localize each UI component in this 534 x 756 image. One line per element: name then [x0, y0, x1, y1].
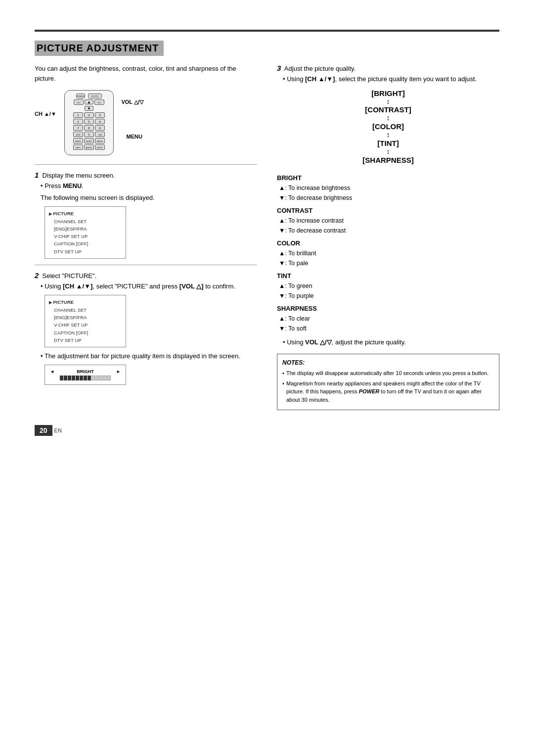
two-column-layout: You can adjust the brightness, contrast,… — [35, 64, 499, 410]
note-item-2: Magnetism from nearby appliances and spe… — [282, 379, 494, 404]
step2-bullet2: • The adjustment bar for picture quality… — [35, 351, 257, 361]
adj-bar-filled-block — [80, 376, 83, 380]
adj-bar-center-label: BRIGHT — [77, 369, 94, 374]
remote-vcl-row: VCL ▲ VCL — [67, 99, 111, 105]
bright-down: ▼: To decrease brightness — [277, 193, 499, 203]
remote-diagram: CH ▲/▼ VOL △/▽ POWER DTV/TV VCL ▲ — [35, 90, 257, 155]
page-number: 20 — [35, 425, 52, 436]
step3-bullet1: • Using [CH ▲/▼], select the picture qua… — [277, 74, 499, 84]
vol-label: VOL △/▽ — [121, 99, 143, 105]
remote-btn-ent: -/ENT — [73, 132, 83, 137]
remote-num-row2: 4 5 6 — [67, 119, 111, 124]
quality-sharpness: [SHARPNESS] — [362, 156, 413, 164]
quality-diagram: [BRIGHT] ↕ [CONTRAST] ↕ [COLOR] ↕ [TINT]… — [277, 89, 499, 164]
step1-heading: 1 Display the menu screen. — [35, 171, 257, 179]
remote-btn-7: 7 — [73, 125, 83, 131]
remote-btn-6: 6 — [95, 119, 105, 124]
remote-btn-3: 3 — [95, 112, 105, 118]
remote-mute-btn: MUTE — [73, 138, 83, 143]
sharpness-up: ▲: To clear — [277, 314, 499, 324]
remote-ch-down-btn: ▼ — [85, 106, 93, 111]
contrast-section: CONTRAST ▲: To increase contrast ▼: To d… — [277, 207, 499, 236]
remote-btn-4: 4 — [73, 119, 83, 124]
arrow-1: ↕ — [387, 97, 390, 106]
remote-power-btn: POWER — [76, 94, 85, 98]
contrast-down: ▼: To decrease contrast — [277, 226, 499, 236]
intro-text: You can adjust the brightness, contrast,… — [35, 64, 257, 83]
menu-item-caption-1: CAPTION [OFF] — [49, 240, 122, 247]
remote-vcl1-btn: VCL — [74, 99, 84, 105]
remote-input-btn: INPUT — [95, 144, 105, 150]
tint-title: TINT — [277, 272, 499, 280]
remote-ch-up-btn: ▲ — [85, 99, 93, 104]
remote-num-row1: 1 2 3 — [67, 112, 111, 118]
remote-btn-9: 9 — [95, 125, 105, 131]
tint-down: ▼: To purple — [277, 291, 499, 301]
bright-section: BRIGHT ▲: To increase brightness ▼: To d… — [277, 174, 499, 203]
remote-btn-5: 5 — [84, 119, 94, 124]
contrast-up: ▲: To increase contrast — [277, 216, 499, 226]
color-section: COLOR ▲: To brilliant ▼: To pale — [277, 239, 499, 268]
menu-item-vchip-2: V-CHIP SET UP — [49, 321, 122, 329]
step2-divider — [35, 265, 257, 265]
menu-item-dtv-1: DTV SET UP — [49, 248, 122, 255]
remote-btn-2: 2 — [84, 112, 94, 118]
adj-bar-empty-block — [103, 376, 107, 380]
page-wrapper: PICTURE ADJUSTMENT You can adjust the br… — [0, 0, 534, 466]
menu-item-picture-1: PICTURE — [49, 210, 122, 218]
menu-screen-2: PICTURE CHANNEL SET [ENG]ESP/FRA V-CHIP … — [44, 295, 126, 347]
color-title: COLOR — [277, 239, 499, 247]
top-rule — [35, 30, 499, 32]
adj-bar-filled-block — [76, 376, 79, 380]
adj-bar-filled-block — [60, 376, 63, 380]
remote-audio-btn: AUDIO — [84, 144, 94, 150]
ch-label: CH ▲/▼ — [35, 111, 56, 117]
step1-section: 1 Display the menu screen. • Press MENU.… — [35, 171, 257, 259]
page-lang: EN — [54, 427, 62, 433]
adj-bar-filled-block — [68, 376, 71, 380]
remote-num-row4: -/ENT 0 +100 — [67, 132, 111, 137]
arrow-4: ↕ — [387, 147, 390, 156]
menu-item-lang-1: [ENG]ESP/FRA — [49, 225, 122, 233]
remote-container: CH ▲/▼ VOL △/▽ POWER DTV/TV VCL ▲ — [35, 90, 143, 155]
adj-bar-empty-block — [91, 376, 95, 380]
quality-color: [COLOR] — [372, 122, 404, 131]
remote-btn-1: 1 — [73, 112, 83, 118]
adj-bar-container — [50, 376, 121, 380]
remote-ch-down-row: ▼ — [67, 106, 111, 111]
menu-item-lang-2: [ENG]ESP/FRA — [49, 314, 122, 321]
section-title: PICTURE ADJUSTMENT — [35, 41, 164, 56]
arrow-2: ↕ — [387, 114, 390, 122]
tint-up: ▲: To green — [277, 281, 499, 291]
adj-bar-filled-block — [64, 376, 67, 380]
remote-vcl2-btn: VCL — [94, 99, 104, 105]
notes-title: NOTES: — [282, 358, 494, 367]
menu-item-caption-2: CAPTION [OFF] — [49, 329, 122, 336]
sharpness-section: SHARPNESS ▲: To clear ▼: To soft — [277, 305, 499, 333]
color-up: ▲: To brilliant — [277, 248, 499, 258]
menu-item-channel-2: CHANNEL SET — [49, 306, 122, 314]
menu-item-picture-2: PICTURE — [49, 298, 122, 306]
bright-up: ▲: To increase brightness — [277, 183, 499, 193]
adj-bar-screen: ◄ BRIGHT ► — [44, 365, 126, 385]
right-column: 3 Adjust the picture quality. • Using [C… — [277, 64, 499, 410]
remote-func-row2: INFO AUDIO INPUT — [67, 144, 111, 150]
notes-box: NOTES: The display will disappear automa… — [277, 354, 499, 410]
step1-bullet1: • Press MENU. — [35, 181, 257, 191]
step1-divider — [35, 164, 257, 165]
remote-menu-btn: MENU — [95, 138, 105, 143]
remote-btn-100: +100 — [95, 132, 105, 137]
adj-bar-label-row: ◄ BRIGHT ► — [50, 369, 121, 374]
note-item-1: The display will disappear automatically… — [282, 369, 494, 378]
remote-info-btn: INFO — [73, 144, 83, 150]
adj-bar-empty-block — [107, 376, 111, 380]
menu-item-channel-1: CHANNEL SET — [49, 218, 122, 225]
adj-bar-left-arrow: ◄ — [50, 369, 54, 374]
adj-bar-filled-block — [88, 376, 91, 380]
tint-section: TINT ▲: To green ▼: To purple — [277, 272, 499, 301]
quality-bright: [BRIGHT] — [371, 89, 405, 97]
menu-screen-1: PICTURE CHANNEL SET [ENG]ESP/FRA V-CHIP … — [44, 206, 126, 259]
adj-bar-empty-block — [95, 376, 99, 380]
bright-title: BRIGHT — [277, 174, 499, 182]
left-column: You can adjust the brightness, contrast,… — [35, 64, 257, 410]
